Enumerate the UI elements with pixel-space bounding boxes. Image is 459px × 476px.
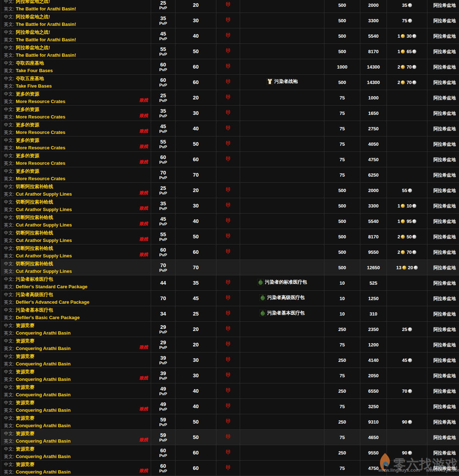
quest-link-en[interactable]: More Resource Crates <box>16 130 65 135</box>
quest-link-en[interactable]: Cut Arathor Supply Lines <box>16 269 72 274</box>
quest-link-en[interactable]: The Battle for Arathi Basin! <box>16 22 76 27</box>
location-link[interactable]: 阿拉希盆地 <box>434 435 456 440</box>
quest-link-en[interactable]: More Resource Crates <box>16 114 65 120</box>
quest-link-cn[interactable]: 资源竞赛 <box>16 354 34 359</box>
location-link[interactable]: 阿拉希盆地 <box>434 65 456 70</box>
location-link[interactable]: 阿拉希盆地 <box>434 466 456 471</box>
quest-link-cn[interactable]: 资源竞赛 <box>16 462 34 467</box>
location-link[interactable]: 阿拉希盆地 <box>434 126 456 131</box>
quest-link-en[interactable]: More Resource Crates <box>16 176 65 181</box>
quest-link-en[interactable]: Cut Arathor Supply Lines <box>16 207 72 212</box>
quest-link-en[interactable]: More Resource Crates <box>16 145 65 150</box>
quest-link-en[interactable]: Conquering Arathi Basin <box>16 407 71 413</box>
location-link[interactable]: 阿拉希盆地 <box>434 142 456 147</box>
location-link[interactable]: 阿拉希盆地 <box>434 327 456 332</box>
location-link[interactable]: 阿拉希盆地 <box>434 111 456 116</box>
location-link[interactable]: 阿拉希盆地 <box>434 342 456 347</box>
location-link[interactable]: 阿拉希盆地 <box>434 234 456 239</box>
quest-link-en[interactable]: Conquering Arathi Basin <box>16 377 71 382</box>
location-link[interactable]: 阿拉希盆地 <box>434 358 456 363</box>
quest-link-cn[interactable]: 切断阿拉索补给线 <box>16 199 53 205</box>
quest-link-en[interactable]: Take Five Bases <box>16 83 52 89</box>
quest-link-en[interactable]: The Battle for Arathi Basin! <box>16 6 76 11</box>
quest-link-cn[interactable]: 切断阿拉索补给线 <box>16 246 53 251</box>
quest-link-en[interactable]: Conquering Arathi Basin <box>16 454 71 459</box>
quest-link-cn[interactable]: 资源竞赛 <box>16 369 34 374</box>
location-link[interactable]: 阿拉希高地 <box>434 420 456 425</box>
location-link[interactable]: 阿拉希盆地 <box>434 157 456 162</box>
quest-link-en[interactable]: Take Four Bases <box>16 68 53 73</box>
location-link[interactable]: 阿拉希盆地 <box>434 18 456 23</box>
quest-link-en[interactable]: Defiler's Advanced Care Package <box>16 299 89 305</box>
quest-link-en[interactable]: Conquering Arathi Basin <box>16 330 71 336</box>
location-link[interactable]: 阿拉希盆地 <box>434 219 456 224</box>
quest-link-en[interactable]: Defiler's Basic Care Package <box>16 315 80 320</box>
location-link[interactable]: 阿拉希盆地 <box>434 312 456 317</box>
location-link[interactable]: 阿拉希盆地 <box>434 250 456 255</box>
location-link[interactable]: 阿拉希盆地 <box>434 34 456 39</box>
quest-link-cn[interactable]: 切断阿拉索补给线 <box>16 230 53 235</box>
quest-link-cn[interactable]: 夺取四座基地 <box>16 60 44 66</box>
location-link[interactable]: 阿拉希盆地 <box>434 80 456 85</box>
quest-link-en[interactable]: The Battle for Arathi Basin! <box>16 37 76 42</box>
reward-item-link[interactable]: 污染者战袍 <box>267 78 298 85</box>
quest-link-cn[interactable]: 资源竞赛 <box>16 431 34 436</box>
quest-link-en[interactable]: Conquering Arathi Basin <box>16 361 71 367</box>
location-link[interactable]: 阿拉希盆地 <box>434 3 456 8</box>
quest-link-cn[interactable]: 更多的资源 <box>16 153 39 158</box>
location-link[interactable]: 阿拉希盆地 <box>434 373 456 378</box>
quest-link-cn[interactable]: 更多的资源 <box>16 168 39 174</box>
location-link[interactable]: 阿拉希盆地 <box>434 389 456 394</box>
quest-link-cn[interactable]: 污染者高级医疗包 <box>16 292 53 297</box>
location-link[interactable]: 阿拉希盆地 <box>434 49 456 54</box>
quest-link-cn[interactable]: 阿拉希盆地之战! <box>16 29 50 35</box>
required-level-cell: 20 <box>175 183 216 198</box>
quest-link-en[interactable]: Cut Arathor Supply Lines <box>16 253 72 258</box>
quest-link-cn[interactable]: 切断阿拉索补给线 <box>16 184 53 189</box>
location-link[interactable]: 阿拉希盆地 <box>434 204 456 209</box>
reward-item-link[interactable]: 污染者高级医疗包 <box>259 294 305 301</box>
quest-link-cn[interactable]: 更多的资源 <box>16 91 39 97</box>
quest-link-cn[interactable]: 资源竞赛 <box>16 446 34 452</box>
quest-link-cn[interactable]: 切断阿拉索补给线 <box>16 261 53 266</box>
quest-link-en[interactable]: More Resource Crates <box>16 99 65 104</box>
quest-link-cn[interactable]: 更多的资源 <box>16 107 39 112</box>
reward-item-link[interactable]: 污染者的标准医疗包 <box>257 279 307 285</box>
location-link[interactable]: 阿拉希盆地 <box>434 95 456 101</box>
quest-link-cn[interactable]: 资源竞赛 <box>16 384 34 390</box>
quest-link-en[interactable]: The Battle for Arathi Basin! <box>16 52 76 58</box>
quest-link-en[interactable]: Cut Arathor Supply Lines <box>16 222 72 228</box>
quest-link-cn[interactable]: 资源竞赛 <box>16 338 34 344</box>
quest-link-en[interactable]: Cut Arathor Supply Lines <box>16 191 72 197</box>
location-link[interactable]: 阿拉希盆地 <box>434 281 456 286</box>
reward-item-link[interactable]: 污染者基本医疗包 <box>259 310 305 316</box>
quest-link-cn[interactable]: 污染者基本医疗包 <box>16 307 53 313</box>
location-link[interactable]: 阿拉希盆地 <box>434 404 456 409</box>
gold-amount: 1 <box>398 49 400 54</box>
quest-link-cn[interactable]: 更多的资源 <box>16 122 39 127</box>
quest-link-cn[interactable]: 更多的资源 <box>16 137 39 143</box>
quest-link-en[interactable]: Conquering Arathi Basin <box>16 469 71 475</box>
quest-link-en[interactable]: More Resource Crates <box>16 160 65 166</box>
location-link[interactable]: 阿拉希盆地 <box>434 188 456 193</box>
location-link[interactable]: 阿拉希盆地 <box>434 451 456 456</box>
location-link[interactable]: 阿拉希盆地 <box>434 296 456 301</box>
quest-link-cn[interactable]: 阿拉希盆地之战! <box>16 0 50 4</box>
quest-link-en[interactable]: Conquering Arathi Basin <box>16 392 71 397</box>
quest-link-en[interactable]: Conquering Arathi Basin <box>16 423 71 428</box>
quest-link-cn[interactable]: 资源竞赛 <box>16 323 34 328</box>
quest-link-cn[interactable]: 资源竞赛 <box>16 415 34 421</box>
quest-link-cn[interactable]: 阿拉希盆地之战! <box>16 14 50 19</box>
quest-link-cn[interactable]: 夺取五座基地 <box>16 76 44 81</box>
quest-link-cn[interactable]: 资源竞赛 <box>16 400 34 405</box>
silver-amount: 70 <box>402 388 407 394</box>
quest-link-cn[interactable]: 污染者标准医疗包 <box>16 276 53 282</box>
quest-link-cn[interactable]: 阿拉希盆地之战! <box>16 45 50 50</box>
location-link[interactable]: 阿拉希盆地 <box>434 173 456 178</box>
quest-link-en[interactable]: Conquering Arathi Basin <box>16 438 71 444</box>
quest-link-en[interactable]: Conquering Arathi Basin <box>16 346 71 351</box>
location-link[interactable]: 阿拉希盆地 <box>434 265 456 270</box>
quest-link-en[interactable]: Defiler's Standard Care Package <box>16 284 88 289</box>
quest-link-cn[interactable]: 切断阿拉索补给线 <box>16 215 53 220</box>
quest-link-en[interactable]: Cut Arathor Supply Lines <box>16 238 72 243</box>
